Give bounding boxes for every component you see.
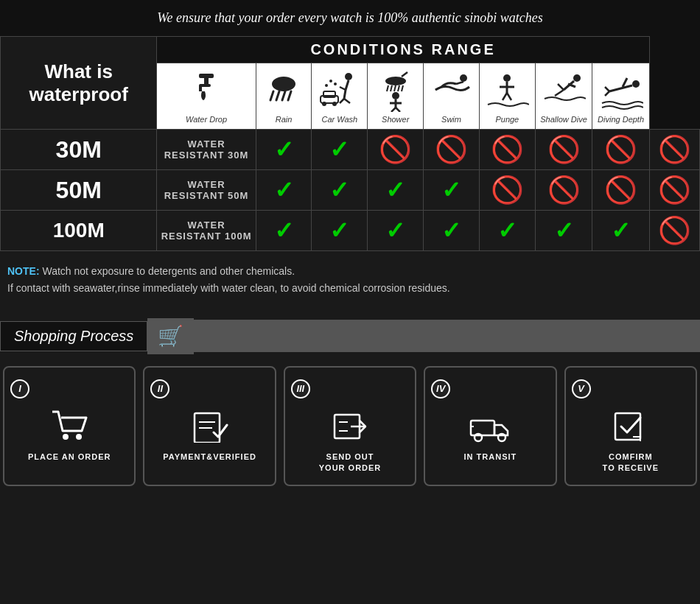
check-50m-3: ✓ [424,170,480,211]
check-50m-5: 🚫 [535,170,592,211]
swim-cell: Swim [424,63,480,130]
label-100m: WATER RESISTANT 100M [157,211,256,251]
punge-cell: Punge [479,63,535,130]
car-wash-cell: Car Wash [312,63,368,130]
confirm-icon-svg [612,410,649,443]
shallow-dive-icon [542,68,586,112]
svg-point-39 [460,74,467,82]
check-30m-7: 🚫 [649,130,699,170]
step-payment: II PAYMENT&VERIFIED [143,366,276,486]
svg-point-49 [573,74,581,82]
label-30m: WATER RESISTANT 30M [157,130,256,170]
step-label-5: COMFIRMTO RECEIVE [572,452,690,474]
check-100m-4: ✓ [479,211,535,251]
shopping-section: Shopping Process 🛒 I PLACE AN ORDER [0,303,700,494]
svg-rect-4 [199,85,202,91]
svg-point-43 [503,74,511,82]
step-label-1: PLACE AN ORDER [10,452,128,463]
step-number-3: III [291,379,310,398]
step-number-5: V [572,379,591,398]
diving-depth-cell: Diving Depth [592,63,649,130]
payment-step-icon [150,410,268,446]
meter-30m: 30M [1,130,157,170]
check-50m-4: 🚫 [479,170,535,211]
confirm-step-icon [572,410,690,446]
check-100m-7: 🚫 [649,211,699,251]
svg-point-55 [632,80,640,88]
check-100m-2: ✓ [368,211,424,251]
header-banner: We ensure that your order every watch is… [0,0,700,36]
rain-label: Rain [259,115,309,124]
row-50m: 50M WATER RESISTANT 50M ✓ ✓ ✓ ✓ 🚫 🚫 🚫 🚫 [1,170,700,211]
svg-point-26 [385,77,406,85]
waterproof-table: What is waterproof CONDITIONS RANGE [0,36,700,251]
check-100m-0: ✓ [256,211,312,251]
check-30m-3: 🚫 [424,130,480,170]
note-text1: Watch not exposure to detergents and oth… [40,265,295,277]
svg-point-18 [334,82,337,85]
rain-cell: Rain [256,63,312,130]
row-30m: 30M WATER RESISTANT 30M ✓ ✓ 🚫 🚫 🚫 🚫 🚫 🚫 [1,130,700,170]
step-number-1: I [10,379,29,398]
svg-rect-73 [615,413,640,440]
step-number-4: IV [431,379,450,398]
header-text: We ensure that your order every watch is… [157,10,542,25]
check-50m-2: ✓ [368,170,424,211]
svg-point-61 [76,434,82,440]
conditions-range-label: CONDITIONS RANGE [157,37,649,63]
check-30m-6: 🚫 [592,130,649,170]
punge-label: Punge [483,115,532,124]
svg-rect-69 [471,421,494,435]
step-confirm: V COMFIRMTO RECEIVE [564,366,697,486]
note-line1: NOTE: Watch not exposure to detergents a… [7,263,693,279]
svg-point-60 [63,434,69,440]
shower-cell: Shower [368,63,424,130]
water-drop-label: Water Drop [160,115,252,124]
step-number-2: II [150,379,169,398]
svg-point-33 [392,92,399,99]
swim-label: Swim [427,115,476,124]
send-icon-svg [332,410,368,443]
step-label-2: PAYMENT&VERIFIED [150,452,268,463]
check-30m-2: 🚫 [368,130,424,170]
svg-point-20 [325,84,328,87]
transit-step-icon [431,410,549,446]
car-wash-label: Car Wash [315,115,364,124]
transit-icon-svg [469,410,511,443]
check-100m-1: ✓ [312,211,368,251]
rain-icon [262,68,306,112]
send-step-icon [291,410,409,446]
shower-label: Shower [371,115,420,124]
waterproof-title: What is waterproof [1,37,157,130]
cart-icon-svg [51,410,88,443]
row-100m: 100M WATER RESISTANT 100M ✓ ✓ ✓ ✓ ✓ ✓ ✓ … [1,211,700,251]
water-drop-cell: Water Drop [157,63,256,130]
meter-50m: 50M [1,170,157,211]
svg-point-6 [272,77,295,91]
svg-point-19 [329,80,332,82]
cart-icon: 🛒 [158,324,183,348]
cart-step-icon [10,410,128,446]
check-50m-1: ✓ [312,170,368,211]
check-50m-7: 🚫 [649,170,699,211]
process-steps: I PLACE AN ORDER II [0,366,700,486]
shower-icon [374,68,418,112]
swim-icon [430,68,474,112]
note-line2: If contact with seawater,rinse immediate… [7,280,693,296]
check-100m-3: ✓ [424,211,480,251]
check-30m-0: ✓ [256,130,312,170]
diving-depth-icon [599,68,643,112]
svg-line-15 [344,90,346,99]
punge-icon [485,68,529,112]
check-30m-5: 🚫 [535,130,592,170]
shallow-dive-cell: Shallow Dive [535,63,592,130]
check-50m-0: ✓ [256,170,312,211]
check-100m-5: ✓ [535,211,592,251]
check-50m-6: 🚫 [592,170,649,211]
waterproof-section: What is waterproof CONDITIONS RANGE [0,36,700,251]
payment-icon-svg [192,410,228,443]
step-label-3: SEND OUTYOUR ORDER [291,452,409,474]
diving-depth-label: Diving Depth [595,115,645,124]
check-100m-6: ✓ [592,211,649,251]
water-drop-icon [184,68,228,112]
